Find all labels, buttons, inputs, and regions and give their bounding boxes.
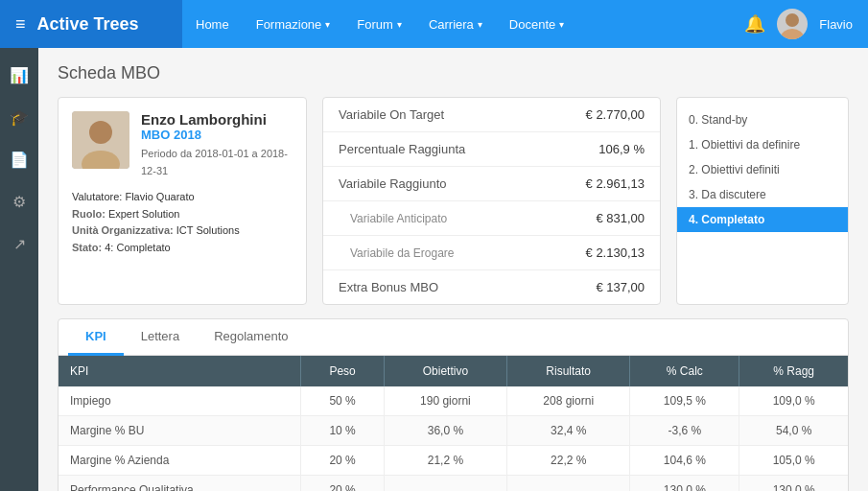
- navbar: ≡ Active Trees HomeFormazione ▾Forum ▾Ca…: [0, 0, 868, 48]
- status-item[interactable]: 4. Completato: [677, 207, 848, 232]
- kpi-header-risultato: Risultato: [507, 356, 630, 386]
- kpi-cell: 208 giorni: [507, 386, 630, 416]
- kpi-cell: 54,0 %: [739, 416, 848, 446]
- status-item[interactable]: 2. Obiettivi definiti: [677, 157, 848, 182]
- svg-point-0: [786, 13, 799, 27]
- tab-regolamento[interactable]: Regolamento: [197, 319, 305, 356]
- settings-icon[interactable]: ⚙: [2, 184, 36, 219]
- page-title: Scheda MBO: [58, 63, 849, 83]
- stats-label: Percentuale Raggiunta: [323, 132, 538, 167]
- avatar: [777, 9, 808, 39]
- caret-icon: ▾: [559, 19, 564, 30]
- kpi-row: Margine % Azienda20 %21,2 %22,2 %104,6 %…: [59, 446, 848, 476]
- brand-title: Active Trees: [37, 14, 139, 35]
- stats-value: € 2.770,00: [538, 98, 660, 132]
- kpi-cell: Margine % Azienda: [59, 446, 301, 476]
- stats-label: Variabile da Erogare: [323, 236, 538, 270]
- bell-icon[interactable]: 🔔: [744, 13, 765, 35]
- stats-label: Variabile Anticipato: [323, 201, 538, 236]
- profile-header: Enzo Lamborghini MBO 2018 Periodo da 201…: [72, 111, 293, 179]
- caret-icon: ▾: [397, 19, 402, 30]
- kpi-row: Impiego50 %190 giorni208 giorni109,5 %10…: [59, 386, 848, 416]
- status-panel: 0. Stand-by1. Obiettivi da definire2. Ob…: [676, 97, 849, 305]
- main-content: Scheda MBO Enzo Lamborghini MBO 2018: [38, 48, 868, 491]
- stats-value: € 2.130,13: [538, 236, 660, 270]
- kpi-cell: 104,6 %: [630, 446, 739, 476]
- kpi-cell: Performance Qualitativa: [59, 476, 301, 492]
- ruolo-value: Expert Solution: [108, 208, 180, 220]
- stato-value: 4: Completato: [105, 242, 170, 253]
- kpi-header-peso: Peso: [301, 356, 384, 386]
- arrow-icon[interactable]: ↗: [2, 226, 36, 261]
- tab-kpi[interactable]: KPI: [68, 319, 124, 356]
- chart-icon[interactable]: 📊: [2, 58, 36, 92]
- caret-icon: ▾: [325, 19, 330, 30]
- nav-item-home[interactable]: Home: [182, 0, 243, 48]
- kpi-cell: 190 giorni: [384, 386, 506, 416]
- profile-mbo-year: MBO 2018: [141, 128, 293, 142]
- nav-item-carriera[interactable]: Carriera ▾: [415, 0, 496, 48]
- kpi-header-obiettivo: Obiettivo: [384, 356, 506, 386]
- kpi-cell: -3,6 %: [630, 416, 739, 446]
- stats-card: Variabile On Target€ 2.770,00Percentuale…: [322, 97, 661, 305]
- valutatore-value: Flavio Quarato: [125, 191, 194, 202]
- stato-label: Stato:: [72, 242, 102, 253]
- stats-value: € 137,00: [538, 270, 660, 305]
- document-icon[interactable]: 📄: [2, 142, 36, 176]
- sidebar: 📊🎓📄⚙↗: [0, 48, 38, 491]
- status-item[interactable]: 3. Da discutere: [677, 182, 848, 207]
- kpi-cell: Impiego: [59, 386, 301, 416]
- profile-avatar: [72, 111, 129, 169]
- stats-label: Variabile On Target: [323, 98, 538, 132]
- stats-value: € 2.961,13: [538, 167, 660, 201]
- nav-item-docente[interactable]: Docente ▾: [496, 0, 577, 48]
- ruolo-label: Ruolo:: [72, 208, 106, 220]
- kpi-cell: 130,0 %: [630, 476, 739, 492]
- kpi-cell: 10 %: [301, 416, 384, 446]
- navbar-menu: HomeFormazione ▾Forum ▾Carriera ▾Docente…: [182, 0, 729, 48]
- profile-info: Enzo Lamborghini MBO 2018 Periodo da 201…: [141, 111, 293, 179]
- nav-item-forum[interactable]: Forum ▾: [343, 0, 415, 48]
- kpi-table: KPIPesoObiettivoRisultato% Calc% RaggImp…: [59, 356, 848, 491]
- kpi-cell: 109,0 %: [739, 386, 848, 416]
- hamburger-icon[interactable]: ≡: [15, 14, 26, 35]
- stats-value: 106,9 %: [538, 132, 660, 167]
- valutatore-label: Valutatore:: [72, 191, 122, 202]
- stats-table: Variabile On Target€ 2.770,00Percentuale…: [323, 98, 660, 304]
- kpi-cell: [507, 476, 630, 492]
- kpi-cell: 105,0 %: [739, 446, 848, 476]
- stats-label: Variabile Raggiunto: [323, 167, 538, 201]
- profile-name: Enzo Lamborghini: [141, 111, 293, 128]
- kpi-cell: 32,4 %: [507, 416, 630, 446]
- profile-card: Enzo Lamborghini MBO 2018 Periodo da 201…: [58, 97, 307, 305]
- kpi-row: Margine % BU10 %36,0 %32,4 %-3,6 %54,0 %: [59, 416, 848, 446]
- kpi-cell: 109,5 %: [630, 386, 739, 416]
- tabs-section: KPILetteraRegolamento KPIPesoObiettivoRi…: [58, 318, 849, 491]
- kpi-header-%-calc: % Calc: [630, 356, 739, 386]
- status-item[interactable]: 0. Stand-by: [677, 107, 848, 132]
- status-item[interactable]: 1. Obiettivi da definire: [677, 132, 848, 157]
- kpi-cell: 20 %: [301, 476, 384, 492]
- kpi-cell: 22,2 %: [507, 446, 630, 476]
- caret-icon: ▾: [478, 19, 482, 30]
- profile-period: Periodo da 2018-01-01 a 2018-12-31: [141, 146, 293, 179]
- kpi-header-%-ragg: % Ragg: [739, 356, 848, 386]
- unita-label: Unità Organizzativa:: [72, 224, 174, 236]
- tab-lettera[interactable]: Lettera: [124, 319, 197, 356]
- svg-point-1: [781, 29, 804, 39]
- tabs-header: KPILetteraRegolamento: [59, 319, 848, 356]
- navbar-right: 🔔 Flavio: [729, 9, 868, 39]
- stats-label: Extra Bonus MBO: [323, 270, 538, 305]
- kpi-cell: 21,2 %: [384, 446, 506, 476]
- stats-value: € 831,00: [538, 201, 660, 236]
- user-label[interactable]: Flavio: [819, 17, 853, 32]
- kpi-cell: 130,0 %: [739, 476, 848, 492]
- top-section: Enzo Lamborghini MBO 2018 Periodo da 201…: [58, 97, 849, 305]
- kpi-row: Performance Qualitativa20 %130,0 %130,0 …: [59, 476, 848, 492]
- kpi-cell: [384, 476, 506, 492]
- navbar-brand[interactable]: ≡ Active Trees: [0, 0, 182, 48]
- unita-value: ICT Solutions: [176, 224, 240, 236]
- kpi-cell: 36,0 %: [384, 416, 506, 446]
- nav-item-formazione[interactable]: Formazione ▾: [243, 0, 344, 48]
- graduation-icon[interactable]: 🎓: [2, 100, 36, 134]
